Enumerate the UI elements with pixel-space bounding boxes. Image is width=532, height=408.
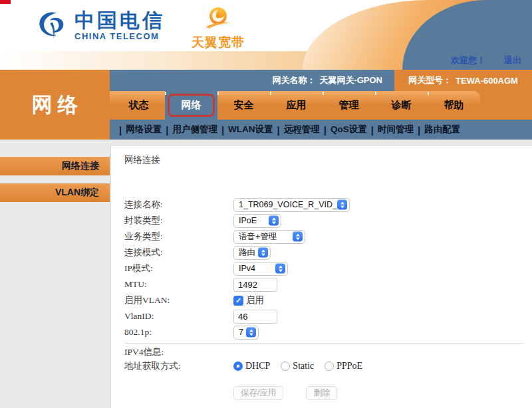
sidebar-item-vlan-binding[interactable]: VLAN绑定 [0,183,110,202]
stepper-icon [269,216,279,226]
screen-corner-red-mark [0,0,11,4]
sidebar-item-network-connection[interactable]: 网络连接 [0,157,110,175]
vlan-id-label: VlanID: [124,311,233,322]
subnav-user-side-management[interactable]: 用户侧管理 [172,124,217,136]
chevron-up-icon [261,249,265,252]
form-row: 连接模式: 路由 [111,245,532,260]
content-area: 网络连接 VLAN绑定 网络连接 连接名称: 1_TR069_VOICE_R_V… [0,140,532,408]
chevron-down-icon [340,205,344,208]
stepper-icon [275,264,285,274]
chevron-down-icon [249,333,253,336]
ipv4-section-title: IPV4信息: [111,346,532,358]
page-title: 网络 [27,91,84,119]
save-apply-button[interactable]: 保存/应用 [233,386,283,400]
form-row: 业务类型: 语音+管理 [111,229,532,245]
encapsulation-label: 封装类型: [124,215,233,227]
gateway-model: 网关型号： TEWA-600AGM [394,70,532,91]
delete-button[interactable]: 删除 [306,386,337,400]
chevron-down-icon [272,221,276,224]
address-mode-row: 地址获取方式: DHCP Static PPPoE [111,358,532,374]
subnav-remote-management[interactable]: 远程管理 [284,124,320,136]
subnav-route-config[interactable]: 路由配置 [424,124,460,136]
stepper-icon [293,232,303,242]
form-row: VlanID: [111,308,532,324]
form-row: IP模式: IPv4 [111,260,532,276]
radio-static[interactable] [281,361,290,371]
subnav-wlan-settings[interactable]: WLAN设置 [228,124,273,136]
china-telecom-logo: 中国电信 CHINA TELECOM [35,7,165,44]
mtu-input[interactable] [233,278,277,292]
connection-form: 连接名称: 1_TR069_VOICE_R_VID_46 封装类型: IPoE [111,197,532,340]
tab-application[interactable]: 应用 [270,91,323,120]
sub-navigation-bar: | 网络设置 | 用户侧管理 | WLAN设置 | 远程管理 | QoS设置 |… [110,120,532,140]
tab-management[interactable]: 管理 [323,91,375,120]
chevron-down-icon [279,269,283,272]
stepper-icon [258,248,268,258]
connection-name-select[interactable]: 1_TR069_VOICE_R_VID_46 [233,198,350,212]
main-panel: 网络连接 连接名称: 1_TR069_VOICE_R_VID_46 封装类型: … [110,145,532,408]
service-type-select[interactable]: 语音+管理 [233,230,305,244]
stepper-icon [337,200,347,210]
form-row: 封装类型: IPoE [111,213,532,229]
mtu-label: MTU: [124,279,233,290]
form-row: MTU: [111,276,532,292]
section-title-block: 网络 [0,70,110,140]
ip-mode-select[interactable]: IPv4 [233,262,288,276]
page-header: 中国电信 CHINA TELECOM 天翼宽带 欢迎您！退出 [0,0,532,70]
chevron-up-icon [279,265,283,268]
address-mode-label: 地址获取方式: [124,360,233,372]
vlan-id-input[interactable] [233,310,277,324]
subnav-qos-settings[interactable]: QoS设置 [331,124,367,136]
tab-help[interactable]: 帮助 [428,91,480,120]
8021p-select[interactable]: 7 [233,326,259,340]
connection-name-label: 连接名称: [124,199,233,211]
chevron-up-icon [340,201,344,204]
tab-diagnosis[interactable]: 诊断 [375,91,428,120]
subnav-network-settings[interactable]: 网络设置 [126,124,162,136]
stepper-icon [246,328,256,338]
connection-mode-label: 连接模式: [124,247,233,258]
8021p-label: 802.1p: [124,327,233,338]
ip-mode-label: IP模式: [124,262,233,274]
chevron-up-icon [249,329,253,332]
tab-network[interactable]: 网络 [165,91,217,120]
form-row: 连接名称: 1_TR069_VOICE_R_VID_46 [111,197,532,213]
china-telecom-logo-icon [35,7,69,44]
chevron-up-icon [296,233,300,236]
gateway-name: 网关名称： 天翼网关-GPON [110,70,394,91]
form-row: 启用VLAN: 启用 [111,292,532,308]
brand-name-cn: 中国电信 [74,10,165,31]
welcome-area: 欢迎您！退出 [451,54,521,66]
chevron-down-icon [261,253,265,256]
encapsulation-select[interactable]: IPoE [233,214,281,228]
welcome-text: 欢迎您！ [451,55,485,65]
chevron-up-icon [272,217,276,220]
section-divider [124,343,524,344]
radio-pppoe[interactable] [325,361,334,371]
vlan-enable-label: 启用VLAN: [124,294,233,306]
subnav-time-management[interactable]: 时间管理 [378,124,414,136]
gateway-info-bar: 网关名称： 天翼网关-GPON 网关型号： TEWA-600AGM [110,70,532,91]
tab-status[interactable]: 状态 [112,91,165,120]
connection-mode-select[interactable]: 路由 [233,246,271,260]
action-buttons: 保存/应用 删除 [111,386,532,400]
vlan-enable-checkbox-label: 启用 [246,294,264,306]
radio-dhcp[interactable] [233,361,243,371]
product-name: 天翼宽带 [188,34,248,51]
main-tab-strip: 状态 网络 安全 应用 管理 诊断 帮助 [110,91,532,120]
service-type-label: 业务类型: [124,231,233,243]
radio-pppoe-label: PPPoE [336,361,362,371]
form-row: 802.1p: 7 [111,324,532,340]
tab-security[interactable]: 安全 [217,91,270,120]
chevron-down-icon [296,237,300,240]
logout-link[interactable]: 退出 [504,55,521,65]
panel-title: 网络连接 [111,146,532,166]
radio-dhcp-label: DHCP [245,361,270,371]
radio-static-label: Static [293,361,314,371]
brand-name-en: CHINA TELECOM [74,31,165,41]
tianyi-broadband-logo: 天翼宽带 [188,5,248,51]
vlan-enable-checkbox[interactable] [233,296,243,306]
